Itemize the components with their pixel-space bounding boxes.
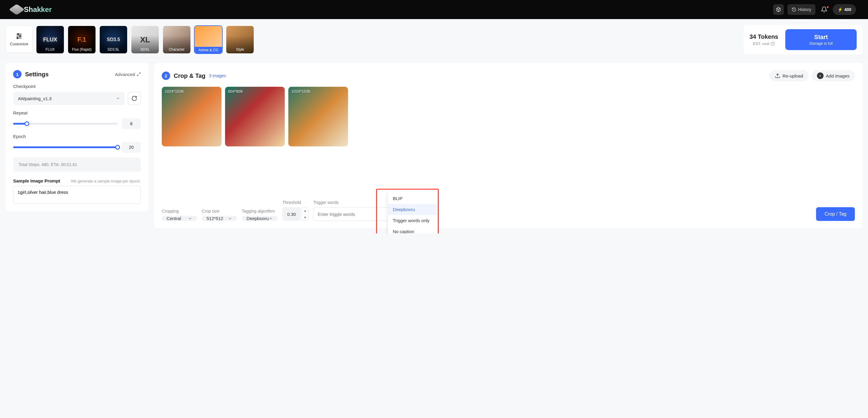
thresh-label: Threshold <box>282 200 308 205</box>
refresh-button[interactable] <box>128 92 141 105</box>
repeat-label: Repeat <box>13 110 141 115</box>
algo-label: Tagging algorithm <box>242 209 278 213</box>
bolt-icon: ⚡ <box>838 7 843 12</box>
settings-title: 1 Settings <box>13 70 49 78</box>
cropsize-label: Crop size <box>202 209 237 213</box>
refresh-icon <box>131 95 137 101</box>
category-label: Character <box>163 35 190 54</box>
category-style[interactable]: Style <box>226 25 254 54</box>
logo[interactable]: Shakker <box>12 5 52 14</box>
algo-select[interactable]: Deepbooru <box>242 216 278 221</box>
history-icon <box>792 7 796 12</box>
plus-icon: + <box>817 72 824 79</box>
start-title: Start <box>814 34 828 40</box>
image-card[interactable]: 1024*1536 <box>288 87 348 146</box>
category-label: Style <box>226 35 254 54</box>
credits-badge[interactable]: ⚡ 400 <box>833 4 856 15</box>
image-count: 3 images <box>209 73 226 78</box>
cropping-select[interactable]: Central <box>162 216 197 221</box>
training-info: Total Steps: 480, ETA: 00:01:41 <box>13 158 141 172</box>
category-anime-cg[interactable]: Anime & CG <box>194 25 223 54</box>
image-dimensions: 1024*1536 <box>165 89 184 94</box>
image-dimensions: 604*909 <box>228 89 242 94</box>
image-card[interactable]: 1024*1536 <box>162 87 221 146</box>
dropdown-option[interactable]: No caption <box>388 226 437 234</box>
step-badge-1: 1 <box>13 70 22 78</box>
start-panel: 34 Tokens EST. cost Start Storage is ful… <box>744 25 863 54</box>
history-button[interactable]: History <box>787 4 815 15</box>
est-cost: EST. cost <box>749 41 778 46</box>
crop-controls: Cropping Central Crop size 512*512 Taggi… <box>162 200 855 221</box>
checkpoint-select[interactable]: AWpainting_v1.3 <box>13 92 125 105</box>
step-badge-2: 2 <box>162 72 170 80</box>
crop-tag-panel: 2 Crop & Tag 3 images Re-upload + Add im… <box>154 63 863 228</box>
repeat-value: 8 <box>122 118 141 129</box>
chevron-up-icon <box>269 216 273 221</box>
category-sdxl[interactable]: XLSDXL <box>131 25 159 54</box>
reupload-button[interactable]: Re-upload <box>770 70 809 81</box>
category-label: SD3.5L <box>100 35 127 54</box>
header-actions: History ⚡ 400 <box>773 4 856 15</box>
customize-label: Customize <box>10 42 28 46</box>
repeat-slider[interactable] <box>13 123 118 125</box>
settings-panel: 1 Settings Advanced Checkpoint AWpaintin… <box>5 63 149 212</box>
cube-button[interactable] <box>773 4 784 15</box>
history-label: History <box>798 7 811 12</box>
add-images-button[interactable]: + Add images <box>812 70 855 81</box>
svg-point-3 <box>18 33 19 35</box>
category-label: FLUX <box>36 35 64 54</box>
bell-icon <box>821 6 828 13</box>
start-subtitle: Storage is full <box>809 41 833 46</box>
epoch-label: Epoch <box>13 134 141 139</box>
category-list: Customize FLUXFLUXF.1Flux (Rapid)SD3.5SD… <box>5 25 254 54</box>
chevron-down-icon <box>116 96 120 101</box>
svg-point-5 <box>17 37 18 38</box>
epoch-slider[interactable] <box>13 146 118 148</box>
credits-value: 400 <box>844 7 851 12</box>
expand-icon <box>137 72 141 76</box>
category-label: Flux (Rapid) <box>68 35 95 54</box>
chevron-down-icon <box>188 216 192 221</box>
token-info: 34 Tokens EST. cost <box>749 33 778 46</box>
dropdown-option[interactable]: Trigger words only <box>388 215 437 226</box>
prompt-input[interactable] <box>13 186 141 204</box>
customize-button[interactable]: Customize <box>5 25 33 53</box>
category-character[interactable]: Character <box>162 25 191 54</box>
image-dimensions: 1024*1536 <box>291 89 310 94</box>
sliders-icon <box>15 32 23 40</box>
category-flux-rapid-[interactable]: F.1Flux (Rapid) <box>67 25 96 54</box>
upload-icon <box>775 73 780 78</box>
crop-tag-button[interactable]: Crop / Tag <box>816 207 855 221</box>
main-area: 1 Settings Advanced Checkpoint AWpaintin… <box>0 58 868 234</box>
category-bar: Customize FLUXFLUXF.1Flux (Rapid)SD3.5SD… <box>0 19 868 58</box>
thresh-down[interactable]: ▼ <box>302 214 308 221</box>
notification-bell[interactable] <box>819 6 829 13</box>
category-sd3-5l[interactable]: SD3.5SD3.5L <box>99 25 128 54</box>
logo-text: Shakker <box>24 5 52 14</box>
epoch-value: 20 <box>122 142 141 153</box>
category-label: SDXL <box>131 35 159 54</box>
thresh-spinner: ▲ ▼ <box>302 207 308 221</box>
prompt-title: Sample Image Prompt <box>13 178 60 183</box>
info-icon[interactable] <box>771 42 775 46</box>
start-button[interactable]: Start Storage is full <box>785 29 857 50</box>
token-count: 34 Tokens <box>749 33 778 40</box>
logo-icon <box>9 4 25 15</box>
thresh-value[interactable]: 0.30 <box>282 207 301 221</box>
chevron-down-icon <box>228 216 232 221</box>
svg-point-4 <box>20 35 21 36</box>
image-card[interactable]: 604*909 <box>225 87 285 146</box>
category-flux[interactable]: FLUXFLUX <box>36 25 64 54</box>
prompt-hint: We generate a sample image per epoch. <box>71 179 141 183</box>
dropdown-option[interactable]: BLIP <box>388 193 437 204</box>
thresh-up[interactable]: ▲ <box>302 208 308 214</box>
image-grid: 1024*1536604*9091024*1536 <box>162 87 855 146</box>
cropping-label: Cropping <box>162 209 197 213</box>
tagging-dropdown: BLIPDeepbooruTrigger words onlyNo captio… <box>388 191 437 234</box>
checkpoint-label: Checkpoint <box>13 84 141 89</box>
advanced-toggle[interactable]: Advanced <box>115 72 141 77</box>
app-header: Shakker History ⚡ 400 <box>0 0 868 19</box>
dropdown-option[interactable]: Deepbooru <box>388 204 437 215</box>
cropsize-select[interactable]: 512*512 <box>202 216 237 221</box>
category-label: Anime & CG <box>195 47 222 54</box>
